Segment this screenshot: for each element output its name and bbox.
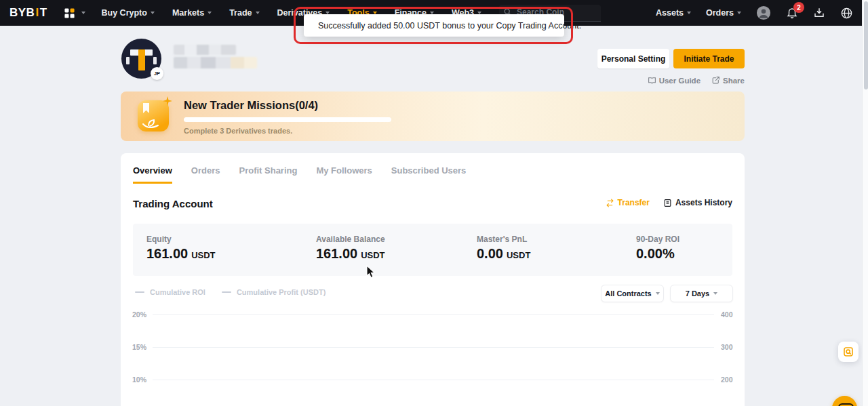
nav-item-buy-crypto[interactable]: Buy Crypto [102, 0, 155, 26]
y-axis-tick-left: 20% [132, 310, 146, 319]
chevron-down-icon [687, 12, 691, 14]
trading-account-heading: Trading Account [133, 198, 213, 209]
chevron-down-icon [656, 292, 660, 295]
support-chat-button[interactable] [832, 396, 857, 406]
tab-overview[interactable]: Overview [133, 165, 172, 184]
y-axis-tick-right: 300 [721, 343, 733, 351]
globe-icon [840, 7, 853, 20]
chevron-down-icon [256, 12, 260, 14]
avatar-logo-stem [138, 49, 145, 70]
chevron-down-icon [151, 12, 155, 14]
tab-subscribed-users[interactable]: Subscribed Users [391, 165, 467, 184]
sparkle-icon [163, 96, 172, 106]
apps-grid-icon[interactable] [64, 7, 85, 19]
success-toast: Successfully added 50.00 USDT bonus to y… [304, 14, 564, 37]
chart-legend: Cumulative ROI Cumulative Profit (USDT) [135, 288, 326, 296]
share-link[interactable]: Share [711, 76, 745, 85]
contracts-filter-dropdown[interactable]: All Contracts [601, 285, 664, 302]
floating-search-widget[interactable] [838, 342, 859, 362]
nav-item-trade[interactable]: Trade [229, 0, 259, 26]
blurred-username-sub [174, 57, 257, 68]
missions-subtitle: Complete 3 Derivatives trades. [184, 127, 292, 135]
tab-my-followers[interactable]: My Followers [316, 165, 372, 184]
nav-item-assets[interactable]: Assets [656, 0, 691, 26]
transfer-icon [606, 199, 614, 207]
avatar-logo-mark [126, 57, 130, 64]
chevron-down-icon [713, 292, 717, 295]
logo-text-end: T [40, 6, 47, 20]
trader-avatar[interactable]: JP [121, 39, 161, 79]
notification-badge: 2 [793, 2, 804, 13]
header-links: User Guide Share [663, 76, 745, 85]
grid-squares-icon [64, 7, 75, 19]
legend-dash-icon [135, 291, 144, 293]
personal-setting-button[interactable]: Personal Setting [597, 49, 669, 68]
blurred-username [174, 45, 236, 55]
chevron-down-icon [737, 12, 741, 14]
region-badge: JP [151, 67, 163, 80]
period-filter-dropdown[interactable]: 7 Days [670, 285, 733, 302]
user-guide-link[interactable]: User Guide [648, 76, 701, 85]
y-axis-tick-right: 400 [721, 310, 733, 319]
search-document-icon [843, 346, 854, 357]
missions-title: New Trader Missions(0/4) [184, 99, 318, 112]
person-icon [756, 5, 771, 20]
new-trader-missions-banner: New Trader Missions(0/4) Complete 3 Deri… [121, 92, 745, 141]
chevron-down-icon [81, 12, 85, 14]
nav-item-orders[interactable]: Orders [706, 0, 741, 26]
download-icon [813, 7, 825, 19]
toast-message: Successfully added 50.00 USDT bonus to y… [318, 21, 581, 31]
chevron-down-icon [208, 12, 212, 14]
gridline [153, 314, 714, 315]
gridline [153, 347, 714, 348]
missions-progress-bar [184, 117, 391, 122]
account-stats-panel: Equity 161.00USDT Available Balance 161.… [133, 224, 732, 276]
legend-cumulative-profit: Cumulative Profit (USDT) [222, 288, 326, 296]
language-button[interactable] [840, 7, 853, 20]
legend-cumulative-roi: Cumulative ROI [135, 288, 205, 296]
gridline [153, 380, 714, 380]
bybit-logo[interactable]: BYBIT [9, 6, 47, 20]
leaf-icon [142, 119, 165, 129]
initiate-trade-button[interactable]: Initiate Trade [673, 49, 745, 68]
tab-bar: Overview Orders Profit Sharing My Follow… [133, 165, 466, 184]
logo-accent: I [35, 6, 39, 20]
download-app-button[interactable] [813, 7, 825, 19]
tab-orders[interactable]: Orders [191, 165, 220, 184]
assets-history-button[interactable]: Assets History [663, 198, 732, 207]
transfer-button[interactable]: Transfer [606, 198, 650, 207]
tab-profit-sharing[interactable]: Profit Sharing [239, 165, 297, 184]
logo-text: BYB [9, 6, 35, 20]
scrollbar-thumb[interactable] [864, 1, 868, 89]
nav-right-cluster: Assets Orders 2 [656, 0, 853, 26]
overview-card: Overview Orders Profit Sharing My Follow… [121, 153, 745, 406]
y-axis-tick-right: 200 [721, 375, 733, 384]
legend-dash-icon [222, 291, 231, 293]
account-avatar-icon[interactable] [756, 5, 771, 20]
book-icon [648, 76, 656, 85]
share-icon [711, 76, 720, 85]
y-axis-tick-left: 15% [132, 343, 146, 351]
avatar-logo-mark [153, 57, 157, 64]
account-actions: Transfer Assets History [606, 198, 732, 207]
nav-item-markets[interactable]: Markets [172, 0, 212, 26]
document-icon [663, 199, 672, 207]
notifications-button[interactable]: 2 [786, 7, 798, 19]
page-scrollbar[interactable] [862, 0, 868, 406]
missions-gift-icon [136, 98, 171, 134]
y-axis-tick-left: 10% [132, 375, 146, 384]
